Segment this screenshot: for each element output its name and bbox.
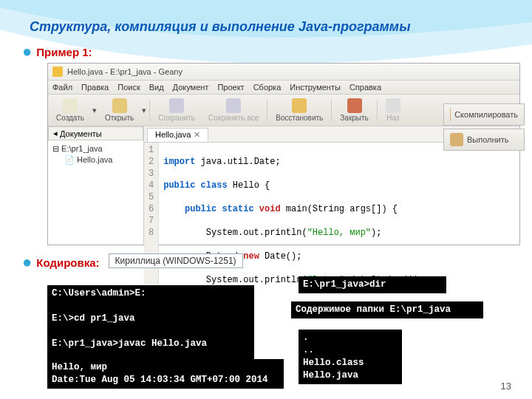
nav-left-icon: ◂ xyxy=(53,129,58,138)
tb-open[interactable]: Открыть xyxy=(100,97,139,123)
compile-icon xyxy=(450,108,451,121)
bullet-icon: ● xyxy=(22,44,32,60)
gear-icon xyxy=(450,133,463,146)
tree-tab[interactable]: ◂Документы xyxy=(48,126,143,140)
ide-window: Hello.java - E:\pr1_java - Geany Файл Пр… xyxy=(47,63,520,245)
tb-save-all: Сохранить все xyxy=(203,97,264,123)
menu-build[interactable]: Сборка xyxy=(253,83,282,92)
terminal-dir: E:\pr1_java>dir xyxy=(299,276,446,293)
side-buttons: Скомпилировать Выполнить xyxy=(443,103,525,151)
terminals: C:\Users\admin>E: E:\>cd pr1_java E:\pr1… xyxy=(47,276,514,399)
bullet-label-1: Пример 1: xyxy=(36,46,92,58)
ide-title-text: Hello.java - E:\pr1_java - Geany xyxy=(67,67,183,76)
terminal-dir-header: Содержимое папки E:\pr1_java xyxy=(291,301,483,318)
page-number: 13 xyxy=(501,381,511,392)
ide-titlebar: Hello.java - E:\pr1_java - Geany xyxy=(48,64,519,81)
compile-button[interactable]: Скомпилировать xyxy=(443,103,525,126)
terminal-dir-list: . .. Hello.class Hello.java xyxy=(299,330,402,384)
menu-tools[interactable]: Инструменты xyxy=(290,83,341,92)
tb-revert[interactable]: Восстановить xyxy=(270,97,328,123)
encoding-box: Кириллица (WINDOWS-1251) xyxy=(109,253,243,268)
tree-panel: ◂Документы ⊟ E:\pr1_java 📄 Hello.java xyxy=(48,126,144,245)
tb-new[interactable]: Создать xyxy=(51,97,89,123)
menu-view[interactable]: Вид xyxy=(149,83,164,92)
tree-folder[interactable]: ⊟ E:\pr1_java xyxy=(51,143,140,154)
menubar: Файл Правка Поиск Вид Документ Проект Сб… xyxy=(48,81,519,95)
slide: Структура, компиляция и выполнение Java-… xyxy=(0,0,532,399)
geany-logo-icon xyxy=(52,66,63,77)
tab-hello[interactable]: Hello.java✕ xyxy=(147,128,208,142)
menu-file[interactable]: Файл xyxy=(52,83,72,92)
close-icon[interactable]: ✕ xyxy=(194,130,200,139)
tb-save: Сохранить xyxy=(153,97,200,123)
bullet-example: ● Пример 1: xyxy=(22,44,514,60)
run-button[interactable]: Выполнить xyxy=(443,129,525,151)
menu-project[interactable]: Проект xyxy=(217,83,244,92)
tb-close[interactable]: Закрыть xyxy=(335,97,374,123)
terminal-output: Hello, мир Date:Tue Aug 05 14:03:34 GMT+… xyxy=(47,359,284,389)
menu-help[interactable]: Справка xyxy=(349,83,381,92)
bullet-icon: ● xyxy=(22,254,32,270)
bullet-label-2: Кодировка: xyxy=(36,256,99,269)
tb-back: Наз xyxy=(381,97,406,123)
menu-document[interactable]: Документ xyxy=(173,83,209,92)
tree-file[interactable]: 📄 Hello.java xyxy=(51,154,140,166)
menu-search[interactable]: Поиск xyxy=(117,83,140,92)
menu-edit[interactable]: Правка xyxy=(81,83,109,92)
slide-title: Структура, компиляция и выполнение Java-… xyxy=(30,19,514,35)
